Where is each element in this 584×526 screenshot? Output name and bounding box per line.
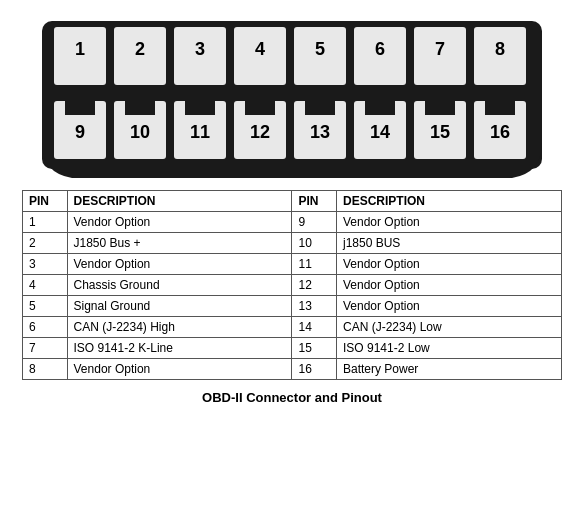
svg-text:4: 4	[255, 39, 265, 59]
cell-pin1: 7	[23, 338, 68, 359]
svg-rect-22	[425, 85, 455, 101]
svg-text:16: 16	[490, 122, 510, 142]
svg-rect-42	[365, 101, 395, 115]
cell-desc1: CAN (J-2234) High	[67, 317, 292, 338]
header-pin1: PIN	[23, 191, 68, 212]
cell-desc2: Vendor Option	[337, 212, 562, 233]
cell-pin1: 1	[23, 212, 68, 233]
svg-text:8: 8	[495, 39, 505, 59]
connector-diagram: 1 2 3 4 5 6 7 8 9	[22, 10, 562, 190]
svg-rect-19	[365, 85, 395, 101]
cell-pin2: 9	[292, 212, 337, 233]
cell-pin2: 16	[292, 359, 337, 380]
cell-pin2: 10	[292, 233, 337, 254]
table-header-row: PIN DESCRIPTION PIN DESCRIPTION	[23, 191, 562, 212]
cell-pin1: 3	[23, 254, 68, 275]
svg-rect-30	[125, 101, 155, 115]
table-row: 2 J1850 Bus + 10 j1850 BUS	[23, 233, 562, 254]
cell-desc2: Battery Power	[337, 359, 562, 380]
svg-text:3: 3	[195, 39, 205, 59]
cell-desc2: j1850 BUS	[337, 233, 562, 254]
svg-rect-4	[65, 85, 95, 101]
svg-rect-36	[245, 101, 275, 115]
svg-text:9: 9	[75, 122, 85, 142]
svg-text:13: 13	[310, 122, 330, 142]
table-row: 6 CAN (J-2234) High 14 CAN (J-2234) Low	[23, 317, 562, 338]
cell-desc1: J1850 Bus +	[67, 233, 292, 254]
svg-rect-33	[185, 101, 215, 115]
svg-text:1: 1	[75, 39, 85, 59]
table-row: 5 Signal Ground 13 Vendor Option	[23, 296, 562, 317]
svg-rect-39	[305, 101, 335, 115]
svg-rect-27	[65, 101, 95, 115]
cell-pin2: 12	[292, 275, 337, 296]
cell-pin2: 13	[292, 296, 337, 317]
cell-desc2: ISO 9141-2 Low	[337, 338, 562, 359]
svg-text:2: 2	[135, 39, 145, 59]
caption: OBD-II Connector and Pinout	[202, 390, 382, 405]
svg-text:12: 12	[250, 122, 270, 142]
svg-rect-10	[185, 85, 215, 101]
cell-pin1: 8	[23, 359, 68, 380]
svg-text:5: 5	[315, 39, 325, 59]
table-row: 1 Vendor Option 9 Vendor Option	[23, 212, 562, 233]
cell-desc1: Signal Ground	[67, 296, 292, 317]
svg-text:11: 11	[190, 122, 210, 142]
svg-text:15: 15	[430, 122, 450, 142]
cell-desc1: Vendor Option	[67, 212, 292, 233]
svg-rect-45	[425, 101, 455, 115]
cell-desc1: ISO 9141-2 K-Line	[67, 338, 292, 359]
cell-desc2: Vendor Option	[337, 296, 562, 317]
cell-desc2: CAN (J-2234) Low	[337, 317, 562, 338]
header-pin2: PIN	[292, 191, 337, 212]
header-desc1: DESCRIPTION	[67, 191, 292, 212]
svg-rect-7	[125, 85, 155, 101]
svg-text:7: 7	[435, 39, 445, 59]
cell-pin1: 2	[23, 233, 68, 254]
pinout-table: PIN DESCRIPTION PIN DESCRIPTION 1 Vendor…	[22, 190, 562, 380]
svg-text:14: 14	[370, 122, 390, 142]
cell-desc1: Chassis Ground	[67, 275, 292, 296]
header-desc2: DESCRIPTION	[337, 191, 562, 212]
svg-rect-25	[485, 85, 515, 101]
cell-pin1: 6	[23, 317, 68, 338]
cell-pin2: 14	[292, 317, 337, 338]
cell-desc1: Vendor Option	[67, 254, 292, 275]
cell-pin1: 5	[23, 296, 68, 317]
table-row: 8 Vendor Option 16 Battery Power	[23, 359, 562, 380]
table-row: 7 ISO 9141-2 K-Line 15 ISO 9141-2 Low	[23, 338, 562, 359]
cell-pin2: 11	[292, 254, 337, 275]
table-row: 3 Vendor Option 11 Vendor Option	[23, 254, 562, 275]
cell-desc2: Vendor Option	[337, 254, 562, 275]
svg-text:6: 6	[375, 39, 385, 59]
cell-desc2: Vendor Option	[337, 275, 562, 296]
svg-rect-13	[245, 85, 275, 101]
cell-pin1: 4	[23, 275, 68, 296]
svg-rect-48	[485, 101, 515, 115]
svg-text:10: 10	[130, 122, 150, 142]
svg-rect-16	[305, 85, 335, 101]
cell-pin2: 15	[292, 338, 337, 359]
table-row: 4 Chassis Ground 12 Vendor Option	[23, 275, 562, 296]
cell-desc1: Vendor Option	[67, 359, 292, 380]
